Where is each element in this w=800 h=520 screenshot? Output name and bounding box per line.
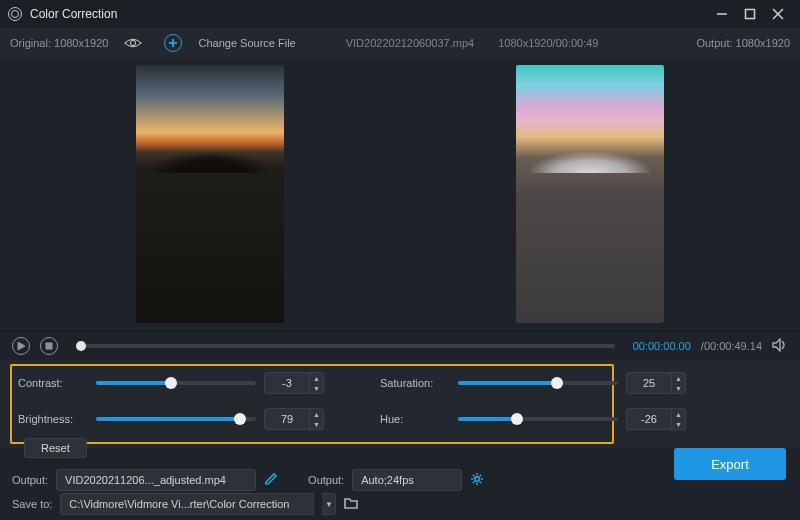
rename-output-icon[interactable] — [264, 472, 278, 488]
saturation-label: Saturation: — [380, 377, 450, 389]
brightness-stepper[interactable]: ▲▼ — [309, 409, 323, 429]
window-title: Color Correction — [30, 7, 117, 21]
saveto-label: Save to: — [12, 498, 52, 510]
change-source-link[interactable]: Change Source File — [198, 37, 295, 49]
volume-icon[interactable] — [772, 338, 788, 354]
hue-stepper[interactable]: ▲▼ — [671, 409, 685, 429]
brightness-label: Brightness: — [18, 413, 88, 425]
svg-marker-9 — [773, 339, 780, 351]
saturation-stepper[interactable]: ▲▼ — [671, 373, 685, 393]
output-filename-field[interactable]: VID2020211206..._adjusted.mp4 — [56, 469, 256, 491]
play-button[interactable] — [12, 337, 30, 355]
output-settings-icon[interactable] — [470, 472, 484, 488]
color-controls-panel: Contrast: -3▲▼ Saturation: 25▲▼ Brightne… — [0, 360, 800, 448]
brightness-knob[interactable] — [234, 413, 246, 425]
minimize-button[interactable] — [708, 0, 736, 28]
playhead[interactable] — [76, 341, 86, 351]
svg-point-4 — [131, 40, 136, 45]
saturation-value-box[interactable]: 25▲▼ — [626, 372, 686, 394]
total-time: /00:00:49.14 — [701, 340, 762, 352]
source-meta: 1080x1920/00:00:49 — [498, 37, 598, 49]
output-settings-label: Output: — [308, 474, 344, 486]
hue-slider[interactable] — [458, 417, 618, 421]
timeline-slider[interactable] — [76, 344, 615, 348]
saveto-dropdown[interactable]: ▼ — [322, 493, 336, 515]
current-time: 00:00:00.00 — [633, 340, 691, 352]
contrast-stepper[interactable]: ▲▼ — [309, 373, 323, 393]
contrast-label: Contrast: — [18, 377, 88, 389]
open-folder-icon[interactable] — [344, 496, 358, 512]
saturation-knob[interactable] — [551, 377, 563, 389]
svg-rect-1 — [746, 10, 755, 19]
reset-button[interactable]: Reset — [24, 438, 87, 458]
preview-toggle-icon[interactable] — [124, 34, 142, 52]
info-bar: Original: 1080x1920 Change Source File V… — [0, 28, 800, 58]
titlebar: Color Correction — [0, 0, 800, 28]
output-size-label: Output: 1080x1920 — [696, 37, 790, 49]
brightness-value-box[interactable]: 79▲▼ — [264, 408, 324, 430]
contrast-knob[interactable] — [165, 377, 177, 389]
svg-rect-8 — [46, 343, 52, 349]
hue-knob[interactable] — [511, 413, 523, 425]
svg-marker-7 — [18, 342, 25, 350]
saturation-slider[interactable] — [458, 381, 618, 385]
app-icon — [8, 7, 22, 21]
original-preview — [136, 65, 284, 323]
hue-value-box[interactable]: -26▲▼ — [626, 408, 686, 430]
source-filename: VID20220212060037.mp4 — [346, 37, 474, 49]
adjusted-preview — [516, 65, 664, 323]
brightness-slider[interactable] — [96, 417, 256, 421]
original-size-label: Original: 1080x1920 — [10, 37, 108, 49]
maximize-button[interactable] — [736, 0, 764, 28]
transport-bar: 00:00:00.00/00:00:49.14 — [0, 330, 800, 360]
output-file-label: Output: — [12, 474, 48, 486]
stop-button[interactable] — [40, 337, 58, 355]
add-source-icon[interactable] — [164, 34, 182, 52]
output-settings-field[interactable]: Auto;24fps — [352, 469, 462, 491]
hue-label: Hue: — [380, 413, 450, 425]
close-button[interactable] — [764, 0, 792, 28]
preview-area — [0, 58, 800, 330]
saveto-path-field[interactable]: C:\Vidmore\Vidmore Vi...rter\Color Corre… — [60, 493, 314, 515]
svg-point-10 — [475, 477, 480, 482]
export-button[interactable]: Export — [674, 448, 786, 480]
contrast-slider[interactable] — [96, 381, 256, 385]
contrast-value-box[interactable]: -3▲▼ — [264, 372, 324, 394]
